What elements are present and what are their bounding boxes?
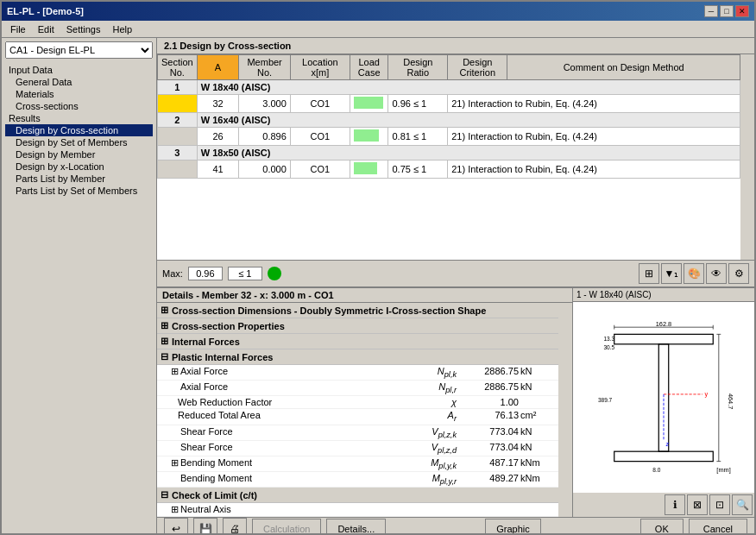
- case-dropdown[interactable]: CA1 - Design EL-PL: [5, 41, 153, 59]
- shear-k-label: Shear Force: [180, 426, 408, 439]
- shear-d-label: Shear Force: [180, 442, 408, 455]
- sidebar-item-design-set-members[interactable]: Design by Set of Members: [5, 136, 153, 148]
- bending-k-unit: kNm: [520, 457, 555, 470]
- sidebar-results[interactable]: Results: [5, 112, 153, 124]
- details-section-plastic[interactable]: ⊟ Plastic Internal Forces ⊞ Axial Force …: [157, 349, 558, 488]
- neutral-axis-label: Neutral Axis: [180, 504, 555, 515]
- menu-settings[interactable]: Settings: [61, 23, 106, 35]
- cancel-button[interactable]: Cancel: [689, 519, 747, 533]
- tool-btn-2[interactable]: ▼₁: [661, 263, 682, 284]
- details-section-dimensions-header[interactable]: ⊞ Cross-section Dimensions - Doubly Symm…: [157, 303, 558, 318]
- member-no-1: 32: [197, 95, 239, 113]
- col-header-d: LoadCase: [350, 55, 388, 80]
- nav-btn-print[interactable]: 🖨: [223, 518, 247, 533]
- sidebar-item-design-x-location[interactable]: Design by x-Location: [5, 160, 153, 173]
- table-row-2[interactable]: 26 0.896 CO1 0.81 ≤ 1 21) Interaction to…: [158, 128, 740, 146]
- shear-k-symbol: Vpl,z,k: [408, 426, 460, 439]
- cross-section-svg: 162.8 464.7 13.3 30.5: [582, 320, 746, 475]
- table-row-1[interactable]: 32 3.000 CO1 0.96 ≤ 1 21) Interaction to…: [158, 95, 740, 113]
- details-row-neutral-axis: ⊞ Neutral Axis: [157, 503, 558, 517]
- details-section-check-header[interactable]: ⊟ Check of Limit (c/t): [157, 488, 558, 503]
- details-section-properties[interactable]: ⊞ Cross-section Properties: [157, 318, 558, 334]
- expand-neutral: ⊞: [171, 504, 179, 515]
- details-section-internal-header[interactable]: ⊞ Internal Forces: [157, 334, 558, 349]
- tool-btn-3[interactable]: 🎨: [684, 263, 704, 284]
- sidebar: CA1 - Design EL-PL Input Data General Da…: [2, 38, 157, 533]
- calc-button[interactable]: Calculation: [252, 519, 321, 533]
- tool-btn-5[interactable]: ⚙: [728, 263, 749, 284]
- graphic-button[interactable]: Graphic: [485, 519, 541, 533]
- maximize-button[interactable]: □: [720, 5, 734, 17]
- close-button[interactable]: ✕: [735, 5, 749, 17]
- details-section-plastic-header[interactable]: ⊟ Plastic Internal Forces: [157, 349, 558, 365]
- cs-info-button[interactable]: ℹ: [665, 494, 685, 515]
- cs-btn-3[interactable]: 🔍: [732, 494, 753, 515]
- details-section-internal[interactable]: ⊞ Internal Forces: [157, 334, 558, 349]
- sidebar-input-data-label: Input Data: [9, 65, 53, 75]
- bending-r-symbol: Mpl,y,r: [408, 473, 460, 486]
- title-bar: EL-PL - [Demo-5] ─ □ ✕: [2, 2, 754, 21]
- expand-bending-k: ⊞: [171, 457, 179, 470]
- nav-btn-back[interactable]: ↩: [164, 518, 188, 533]
- ratio-bar-2: [350, 128, 388, 146]
- axial-force-k-symbol: Npl,k: [408, 366, 460, 379]
- sidebar-item-materials[interactable]: Materials: [5, 88, 153, 100]
- svg-rect-1: [658, 343, 668, 450]
- sidebar-item-parts-set-members[interactable]: Parts List by Set of Members: [5, 185, 153, 197]
- table-row-3[interactable]: 41 0.000 CO1 0.75 ≤ 1 21) Interaction to…: [158, 160, 740, 179]
- minimize-button[interactable]: ─: [704, 5, 718, 17]
- details-title: Details - Member 32 - x: 3.000 m - CO1: [157, 288, 572, 303]
- col-header-c: Locationx[m]: [290, 55, 350, 80]
- sidebar-item-design-cross-section[interactable]: Design by Cross-section: [5, 124, 153, 136]
- cs-btn-2[interactable]: ⊡: [709, 494, 730, 515]
- reduced-area-label: Reduced Total Area: [178, 410, 408, 423]
- table-scrollbar[interactable]: [740, 54, 754, 260]
- expand-icon-check: ⊟: [161, 489, 168, 500]
- details-section-check[interactable]: ⊟ Check of Limit (c/t) ⊞ Neutral Axis: [157, 488, 558, 517]
- details-section-dimensions[interactable]: ⊞ Cross-section Dimensions - Doubly Symm…: [157, 303, 558, 318]
- bending-r-label: Bending Moment: [180, 473, 408, 486]
- sidebar-item-design-member[interactable]: Design by Member: [5, 148, 153, 160]
- ratio-bar-1: [350, 95, 388, 113]
- tool-btn-4[interactable]: 👁: [706, 263, 727, 284]
- axial-force-r-unit: kN: [520, 381, 555, 394]
- sidebar-item-parts-member[interactable]: Parts List by Member: [5, 173, 153, 185]
- tool-btn-1[interactable]: ⊞: [639, 263, 659, 284]
- properties-label: Cross-section Properties: [172, 321, 285, 331]
- axial-force-r-value: 2886.75: [460, 381, 520, 394]
- ok-button[interactable]: OK: [640, 519, 684, 533]
- details-scrollbar[interactable]: [558, 303, 572, 517]
- col-header-comment: Comment on Design Method: [507, 55, 740, 80]
- section-color-3: [158, 160, 198, 179]
- web-reduction-symbol: χ: [408, 397, 460, 407]
- details-section-properties-header[interactable]: ⊞ Cross-section Properties: [157, 318, 558, 334]
- top-panel: 2.1 Design by Cross-section SectionNo. A…: [157, 38, 754, 288]
- section-profile-2: W 16x40 (AISC): [197, 113, 740, 128]
- menu-edit[interactable]: Edit: [33, 23, 60, 35]
- sidebar-item-general-data[interactable]: General Data: [5, 76, 153, 88]
- shear-d-value: 773.04: [460, 442, 520, 455]
- menu-help[interactable]: Help: [107, 23, 137, 35]
- menu-bar: File Edit Settings Help: [2, 21, 754, 38]
- member-no-2: 26: [197, 128, 239, 146]
- sidebar-input-data[interactable]: Input Data: [5, 64, 153, 76]
- axial-force-r-symbol: Npl,r: [408, 381, 460, 394]
- cs-btn-1[interactable]: ⊠: [687, 494, 708, 515]
- details-right: 1 - W 18x40 (AISC): [573, 288, 754, 517]
- details-button[interactable]: Details...: [326, 519, 386, 533]
- sidebar-item-cross-sections[interactable]: Cross-sections: [5, 100, 153, 112]
- axial-force-k-label: Axial Force: [180, 366, 408, 379]
- svg-text:30.5: 30.5: [603, 344, 614, 350]
- axial-force-k-value: 2886.75: [460, 366, 520, 379]
- ratio-3: 0.75 ≤ 1: [388, 160, 448, 179]
- menu-file[interactable]: File: [5, 23, 31, 35]
- svg-text:389.7: 389.7: [598, 396, 613, 402]
- cross-section-title: 1 - W 18x40 (AISC): [573, 288, 754, 302]
- nav-btn-save[interactable]: 💾: [193, 518, 217, 533]
- bending-k-label: Bending Moment: [180, 457, 408, 470]
- main-panel: 2.1 Design by Cross-section SectionNo. A…: [157, 38, 754, 533]
- details-row-bending-r: ⊞ Bending Moment Mpl,y,r 489.27 kNm: [157, 472, 558, 488]
- svg-text:464.7: 464.7: [727, 393, 734, 408]
- main-table: SectionNo. A MemberNo. Locationx[m] Load…: [157, 54, 740, 179]
- section-color-1: [158, 95, 198, 113]
